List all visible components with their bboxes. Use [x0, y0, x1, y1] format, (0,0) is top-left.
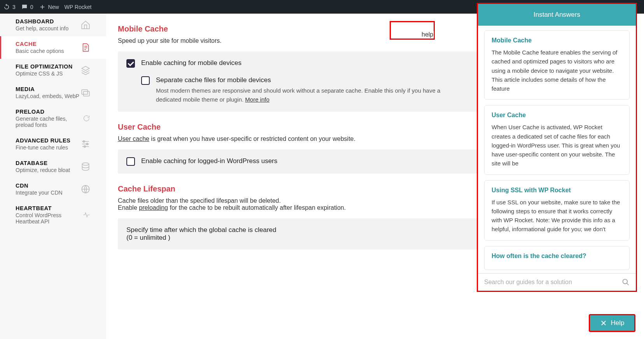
- help-widget-header: Instant Answers: [478, 4, 636, 26]
- preloading-link[interactable]: preloading: [139, 204, 168, 211]
- layers-icon: [80, 65, 91, 75]
- sliders-icon: [80, 139, 91, 149]
- help-btn-label: Help: [611, 319, 625, 327]
- home-icon: [80, 20, 91, 30]
- svg-rect-0: [82, 90, 88, 94]
- separate-mobile-cache-desc-text: Most modern themes are responsive and sh…: [156, 87, 440, 103]
- separate-mobile-cache-checkbox[interactable]: [141, 76, 150, 85]
- sidebar-item-sub: Get help, account info: [16, 25, 68, 32]
- help-card[interactable]: Mobile CacheThe Mobile Cache feature ena…: [484, 30, 630, 100]
- sidebar-item-title: DATABASE: [16, 160, 70, 166]
- help-card-title: Mobile Cache: [492, 37, 622, 44]
- sidebar-item-sub: Optimize, reduce bloat: [16, 167, 70, 173]
- sidebar-item-preload[interactable]: PRELOADGenerate cache files, preload fon…: [0, 104, 106, 133]
- enable-mobile-cache-checkbox[interactable]: [126, 59, 135, 68]
- sidebar-item-sub: Integrate your CDN: [16, 190, 63, 196]
- help-widget: Instant Answers Mobile CacheThe Mobile C…: [477, 3, 637, 292]
- sidebar-item-title: CACHE: [16, 41, 64, 47]
- adminbar-updates[interactable]: 3: [3, 4, 16, 11]
- help-search-bar: [478, 273, 636, 291]
- sidebar-item-file-optimization[interactable]: FILE OPTIMIZATIONOptimize CSS & JS: [0, 59, 106, 81]
- enable-user-cache-label: Enable caching for logged-in WordPress u…: [141, 157, 277, 165]
- lifespan-panel-line1: Specify time after which the global cach…: [126, 226, 276, 234]
- section-title: User Cache: [118, 123, 161, 132]
- update-icon: [3, 4, 10, 11]
- sidebar-item-sub: Optimize CSS & JS: [16, 70, 73, 77]
- separate-mobile-cache-desc: Most modern themes are responsive and sh…: [156, 86, 459, 104]
- more-info-link[interactable]: More info: [245, 96, 270, 103]
- sidebar-item-dashboard[interactable]: DASHBOARDGet help, account info: [0, 14, 106, 36]
- annotation-text: help: [421, 31, 434, 38]
- separate-mobile-cache-label: Separate cache files for mobile devices: [156, 76, 459, 84]
- sidebar-item-title: ADVANCED RULES: [16, 137, 70, 144]
- help-card-text: If use SSL on your website, make sure to…: [492, 198, 622, 234]
- sidebar-item-title: FILE OPTIMIZATION: [16, 63, 73, 70]
- help-card-text: When User Cache is activated, WP Rocket …: [492, 123, 622, 168]
- section-title: Mobile Cache: [118, 25, 168, 33]
- adminbar-updates-count: 3: [12, 4, 16, 10]
- adminbar-wprocket-label: WP Rocket: [65, 4, 92, 10]
- help-card-title: User Cache: [492, 112, 622, 119]
- comment-icon: [21, 4, 28, 11]
- lifespan-desc2b: for the cache to be rebuilt automaticall…: [168, 204, 346, 211]
- adminbar-comments-count: 0: [30, 4, 33, 10]
- sidebar-item-advanced-rules[interactable]: ADVANCED RULESFine-tune cache rules: [0, 133, 106, 155]
- lifespan-desc2a: Enable: [118, 204, 139, 211]
- adminbar-new-label: New: [48, 4, 59, 10]
- user-cache-link[interactable]: User cache: [118, 135, 149, 142]
- sidebar-item-title: DASHBOARD: [16, 18, 68, 25]
- enable-mobile-cache-label: Enable caching for mobile devices: [141, 59, 242, 67]
- help-card-text: The Mobile Cache feature enables the ser…: [492, 48, 622, 93]
- svg-point-5: [82, 163, 89, 165]
- help-widget-body[interactable]: Mobile CacheThe Mobile Cache feature ena…: [478, 26, 636, 273]
- lifespan-desc1: Cache files older than the specified lif…: [118, 197, 281, 204]
- help-search-input[interactable]: [484, 279, 618, 286]
- user-cache-desc-rest: is great when you have user-specific or …: [149, 135, 355, 142]
- sidebar-item-database[interactable]: DATABASEOptimize, reduce bloat: [0, 155, 106, 178]
- enable-user-cache-checkbox[interactable]: [126, 157, 135, 166]
- heart-icon: [82, 210, 91, 220]
- sidebar-item-cache[interactable]: CACHEBasic cache options: [0, 36, 106, 59]
- help-card[interactable]: How often is the cache cleared?: [484, 246, 630, 270]
- svg-point-13: [623, 279, 628, 284]
- adminbar-wprocket[interactable]: WP Rocket: [65, 4, 92, 10]
- sidebar-item-sub: Control WordPress Heartbeat API: [16, 212, 82, 225]
- settings-sidebar: DASHBOARDGet help, account infoCACHEBasi…: [0, 14, 106, 339]
- help-card[interactable]: Using SSL with WP RocketIf use SSL on yo…: [484, 180, 630, 241]
- help-card[interactable]: User CacheWhen User Cache is activated, …: [484, 105, 630, 174]
- help-toggle-button[interactable]: Help: [589, 314, 635, 332]
- svg-rect-1: [84, 91, 89, 96]
- globe-icon: [80, 184, 91, 194]
- sidebar-item-title: MEDIA: [16, 86, 79, 92]
- adminbar-new[interactable]: New: [39, 4, 59, 11]
- sidebar-item-title: PRELOAD: [16, 109, 82, 115]
- refresh-icon: [82, 113, 91, 123]
- doc-icon: [80, 42, 91, 53]
- sidebar-item-title: HEARTBEAT: [16, 205, 82, 211]
- db-icon: [80, 162, 91, 172]
- sidebar-item-sub: Fine-tune cache rules: [16, 144, 70, 151]
- close-icon: [600, 320, 607, 327]
- images-icon: [80, 88, 91, 98]
- adminbar-comments[interactable]: 0: [21, 4, 33, 11]
- sidebar-item-sub: LazyLoad, embeds, WebP: [16, 93, 79, 99]
- search-icon[interactable]: [622, 278, 630, 286]
- sidebar-item-heartbeat[interactable]: HEARTBEATControl WordPress Heartbeat API: [0, 200, 106, 229]
- sidebar-item-media[interactable]: MEDIALazyLoad, embeds, WebP: [0, 81, 106, 104]
- sidebar-item-cdn[interactable]: CDNIntegrate your CDN: [0, 178, 106, 200]
- sidebar-item-sub: Generate cache files, preload fonts: [16, 116, 82, 128]
- sidebar-item-title: CDN: [16, 183, 63, 189]
- sidebar-item-sub: Basic cache options: [16, 48, 64, 54]
- help-card-title: How often is the cache cleared?: [492, 253, 622, 260]
- section-title: Cache Lifespan: [118, 184, 175, 193]
- help-card-title: Using SSL with WP Rocket: [492, 187, 622, 194]
- plus-icon: [39, 4, 46, 11]
